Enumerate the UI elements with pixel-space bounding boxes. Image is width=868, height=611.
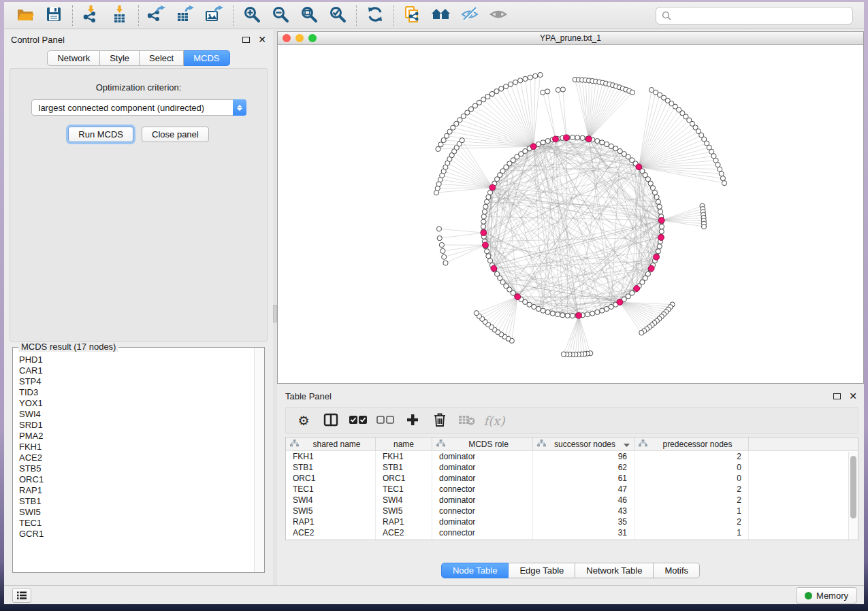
cell-name[interactable]: YOX1 — [376, 538, 432, 540]
cell-successor-nodes[interactable]: 35 — [533, 516, 634, 527]
mcds-result-item[interactable]: ORC1 — [19, 474, 254, 485]
cell-predecessor-nodes[interactable]: 0 — [634, 473, 749, 484]
import-network-button[interactable] — [77, 4, 106, 27]
cell-predecessor-nodes[interactable]: 1 — [634, 527, 749, 538]
cell-MCDS-role[interactable]: dominator — [432, 451, 533, 462]
cell-MCDS-role[interactable]: dominator — [432, 495, 533, 506]
export-table-button[interactable] — [172, 4, 200, 27]
zoom-selected-button[interactable] — [323, 4, 352, 27]
cell-MCDS-role[interactable]: dominator — [432, 473, 533, 484]
cell-shared-name[interactable]: SWI5 — [286, 506, 376, 516]
cell-name[interactable]: SWI5 — [376, 506, 432, 516]
search-input[interactable] — [675, 10, 847, 20]
cell-successor-nodes[interactable]: 96 — [533, 451, 634, 462]
run-mcds-button[interactable]: Run MCDS — [68, 127, 133, 142]
zoom-in-button[interactable] — [238, 4, 266, 27]
delete-column-button[interactable] — [428, 410, 452, 431]
cell-successor-nodes[interactable]: 47 — [533, 484, 634, 495]
apply-layout-button[interactable] — [361, 4, 389, 27]
cell-shared-name[interactable]: FKH1 — [286, 451, 376, 462]
cell-name[interactable]: TEC1 — [376, 484, 432, 495]
show-all-button[interactable] — [484, 4, 513, 27]
cell-MCDS-role[interactable]: connector — [432, 484, 533, 495]
import-table-button[interactable] — [106, 4, 134, 27]
mcds-result-item[interactable]: SWI5 — [19, 507, 254, 518]
cell-predecessor-nodes[interactable]: 2 — [634, 516, 749, 527]
cell-shared-name[interactable]: TEC1 — [286, 484, 376, 495]
add-column-button[interactable] — [400, 410, 425, 431]
column-header-successor-nodes[interactable]: successor nodes — [533, 437, 634, 450]
table-row[interactable]: RAP1RAP1dominator352 — [286, 516, 858, 527]
cell-name[interactable]: SWI4 — [376, 495, 432, 506]
table-row[interactable]: YOX1YOX1connector291 — [286, 538, 858, 540]
mcds-result-item[interactable]: PHD1 — [19, 354, 254, 365]
show-panels-button[interactable] — [12, 588, 31, 603]
cell-predecessor-nodes[interactable]: 2 — [634, 451, 749, 462]
tab-node-table[interactable]: Node Table — [441, 563, 509, 578]
column-header-predecessor-nodes[interactable]: predecessor nodes — [634, 437, 749, 450]
cell-shared-name[interactable]: ACE2 — [286, 527, 376, 538]
tab-network-table[interactable]: Network Table — [575, 563, 654, 578]
node-table[interactable]: shared namenameMCDS rolesuccessor nodesp… — [285, 437, 858, 540]
cell-name[interactable]: ACE2 — [376, 527, 432, 538]
cell-predecessor-nodes[interactable]: 2 — [634, 484, 749, 495]
column-header-name[interactable]: name — [376, 437, 432, 450]
mcds-result-item[interactable]: TID3 — [19, 387, 254, 398]
cell-successor-nodes[interactable]: 62 — [533, 462, 634, 473]
float-panel-icon[interactable] — [242, 37, 250, 43]
cell-successor-nodes[interactable]: 31 — [533, 527, 634, 538]
tab-select[interactable]: Select — [140, 50, 184, 66]
cell-predecessor-nodes[interactable]: 2 — [634, 495, 749, 506]
cell-shared-name[interactable]: YOX1 — [286, 538, 376, 540]
close-panel-icon[interactable]: ✕ — [258, 35, 266, 44]
mcds-result-item[interactable]: FKH1 — [19, 442, 254, 452]
memory-button[interactable]: Memory — [796, 587, 857, 604]
deselect-all-columns-button[interactable] — [373, 410, 398, 431]
cell-successor-nodes[interactable]: 46 — [533, 495, 634, 506]
cell-shared-name[interactable]: ORC1 — [286, 473, 376, 484]
mcds-result-item[interactable]: GCR1 — [19, 529, 254, 540]
cell-name[interactable]: ORC1 — [376, 473, 432, 484]
export-network-button[interactable] — [143, 4, 172, 27]
table-row[interactable]: ACE2ACE2connector311 — [286, 527, 858, 538]
zoom-out-button[interactable] — [266, 4, 295, 27]
close-table-panel-icon[interactable]: ✕ — [849, 391, 857, 401]
cell-MCDS-role[interactable]: connector — [432, 538, 533, 540]
mcds-result-item[interactable]: PMA2 — [19, 431, 254, 442]
mcds-result-item[interactable]: TEC1 — [19, 518, 254, 529]
cell-successor-nodes[interactable]: 61 — [533, 473, 634, 484]
float-table-panel-icon[interactable] — [833, 393, 841, 399]
cell-MCDS-role[interactable]: connector — [432, 527, 533, 538]
table-row[interactable]: TEC1TEC1connector472 — [286, 484, 858, 495]
tab-motifs[interactable]: Motifs — [654, 563, 700, 578]
table-scrollbar[interactable] — [848, 452, 858, 540]
cell-predecessor-nodes[interactable]: 1 — [634, 506, 749, 516]
export-image-button[interactable] — [200, 4, 229, 27]
mcds-result-item[interactable]: SRD1 — [19, 420, 254, 431]
column-header-MCDS-role[interactable]: MCDS role — [432, 437, 533, 450]
table-row[interactable]: SWI5SWI5connector431 — [286, 506, 858, 516]
first-neighbors-button[interactable] — [427, 4, 455, 27]
zoom-fit-button[interactable] — [295, 4, 323, 27]
table-row[interactable]: FKH1FKH1dominator962 — [286, 451, 858, 462]
mcds-result-list[interactable]: PHD1CAR1STP4TID3YOX1SWI4SRD1PMA2FKH1ACE2… — [14, 353, 254, 572]
save-session-button[interactable] — [39, 4, 68, 27]
mcds-result-item[interactable]: ACE2 — [19, 452, 254, 463]
close-panel-button[interactable]: Close panel — [142, 127, 209, 142]
mcds-result-item[interactable]: SWI4 — [19, 409, 254, 420]
mcds-result-item[interactable]: STP4 — [19, 376, 254, 387]
mcds-result-item[interactable]: CAR1 — [19, 365, 254, 376]
mcds-result-item[interactable]: YOX1 — [19, 398, 254, 409]
network-canvas[interactable] — [278, 45, 863, 383]
cell-MCDS-role[interactable]: dominator — [432, 462, 533, 473]
cell-successor-nodes[interactable]: 29 — [533, 538, 634, 540]
table-row[interactable]: SWI4SWI4dominator462 — [286, 495, 858, 506]
cell-successor-nodes[interactable]: 43 — [533, 506, 634, 516]
network-window-titlebar[interactable]: YPA_prune.txt_1 — [278, 32, 863, 45]
mcds-result-item[interactable]: RAP1 — [19, 485, 254, 496]
cell-shared-name[interactable]: SWI4 — [286, 495, 376, 506]
cell-MCDS-role[interactable]: connector — [432, 506, 533, 516]
select-all-columns-button[interactable] — [346, 410, 370, 431]
tab-network[interactable]: Network — [47, 50, 100, 66]
mcds-result-item[interactable]: STB1 — [19, 496, 254, 507]
